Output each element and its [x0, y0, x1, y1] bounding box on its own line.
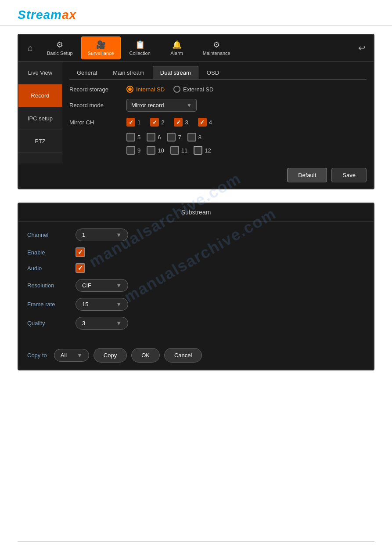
ch3-checkbox-item[interactable]: 3 — [174, 118, 188, 127]
frame-rate-dropdown[interactable]: 15 ▼ — [76, 298, 128, 311]
ch6-checkbox[interactable] — [147, 133, 155, 141]
ch2-checkbox-item[interactable]: 2 — [150, 118, 164, 127]
copy-to-dropdown[interactable]: All ▼ — [54, 349, 89, 362]
channel-label: Channel — [27, 232, 76, 238]
ch6-label: 6 — [158, 134, 161, 141]
default-button[interactable]: Default — [287, 168, 327, 182]
ch12-label: 12 — [205, 147, 211, 154]
home-button[interactable]: ⌂ — [21, 36, 40, 59]
ch12-checkbox-item[interactable]: 12 — [194, 146, 211, 155]
ch11-label: 11 — [181, 147, 187, 154]
quality-chevron-icon: ▼ — [116, 320, 122, 326]
ch7-checkbox-item[interactable]: 7 — [167, 133, 181, 141]
resolution-dropdown[interactable]: CIF ▼ — [76, 279, 128, 292]
record-storage-row: Record storage Internal SD External SD — [69, 86, 367, 93]
ch7-label: 7 — [178, 134, 181, 141]
audio-row: Audio — [27, 263, 365, 273]
tab-maintenance-label: Maintenance — [203, 51, 230, 56]
maintenance-icon: ⚙ — [213, 40, 220, 50]
audio-checkbox[interactable] — [76, 263, 85, 273]
tab-basic-setup[interactable]: ⚙ Basic Setup — [40, 36, 79, 59]
resolution-label: Resolution — [27, 282, 76, 289]
ch11-checkbox-item[interactable]: 11 — [170, 146, 187, 155]
ch2-checkbox[interactable] — [150, 118, 159, 127]
logo-suffix: ax — [62, 8, 76, 22]
substream-body: Channel 1 ▼ Enable Audio Resolution — [18, 221, 374, 343]
external-sd-radio[interactable] — [173, 86, 180, 93]
basic-setup-icon: ⚙ — [56, 40, 63, 50]
tab-collection-label: Collection — [129, 51, 150, 56]
enable-checkbox[interactable] — [76, 247, 85, 257]
audio-label: Audio — [27, 265, 76, 272]
save-button[interactable]: Save — [331, 168, 367, 182]
panel-body: Live View Record IPC setup PTZ General — [18, 62, 374, 163]
channel-value: 1 — [82, 232, 85, 238]
ch11-checkbox[interactable] — [170, 146, 179, 155]
enable-label: Enable — [27, 249, 76, 256]
ch1-label: 1 — [137, 119, 140, 126]
substream-panel: Substream Channel 1 ▼ Enable Audio — [18, 203, 374, 370]
sub-tab-dual-stream[interactable]: Dual stream — [153, 66, 198, 79]
tab-maintenance[interactable]: ⚙ Maintenance — [196, 36, 237, 59]
chevron-down-icon: ▼ — [187, 102, 192, 109]
quality-dropdown[interactable]: 3 ▼ — [76, 317, 128, 330]
alarm-icon: 🔔 — [172, 40, 182, 50]
ch3-checkbox[interactable] — [174, 118, 183, 127]
cancel-button[interactable]: Cancel — [164, 348, 202, 363]
copy-to-label: Copy to — [27, 352, 47, 359]
channel-dropdown[interactable]: 1 ▼ — [76, 229, 128, 241]
ch5-checkbox[interactable] — [126, 133, 135, 141]
ch7-checkbox[interactable] — [167, 133, 176, 141]
record-mode-value: Mirror record — [131, 102, 164, 109]
record-mode-dropdown[interactable]: Mirror record ▼ — [126, 99, 197, 112]
sidebar-item-record[interactable]: Record — [18, 84, 62, 107]
copy-to-value: All — [61, 352, 67, 359]
collection-icon: 📋 — [135, 40, 145, 50]
ch9-checkbox[interactable] — [126, 146, 135, 155]
sidebar-item-ipc-setup[interactable]: IPC setup — [18, 107, 62, 130]
ch12-checkbox[interactable] — [194, 146, 202, 155]
record-storage-label: Record storage — [69, 86, 126, 93]
ch8-checkbox[interactable] — [187, 133, 196, 141]
sidebar-item-live-view[interactable]: Live View — [18, 62, 62, 84]
mirror-ch-row1: 1 2 3 4 — [126, 118, 218, 127]
ch1-checkbox-item[interactable]: 1 — [126, 118, 140, 127]
ch4-checkbox[interactable] — [198, 118, 207, 127]
tab-collection[interactable]: 📋 Collection — [122, 36, 158, 59]
quality-row: Quality 3 ▼ — [27, 317, 365, 330]
ch10-checkbox[interactable] — [147, 146, 155, 155]
ch8-checkbox-item[interactable]: 8 — [187, 133, 201, 141]
logo: Streamax — [18, 8, 76, 22]
sub-tab-main-stream[interactable]: Main stream — [105, 66, 152, 79]
ch1-checkbox[interactable] — [126, 118, 135, 127]
page-footer — [18, 541, 374, 542]
ch5-checkbox-item[interactable]: 5 — [126, 133, 140, 141]
ch2-label: 2 — [161, 119, 164, 126]
tab-surveillance[interactable]: 🎥 Surveillance — [81, 36, 121, 59]
ch10-checkbox-item[interactable]: 10 — [147, 146, 164, 155]
quality-value: 3 — [82, 320, 85, 326]
internal-sd-option[interactable]: Internal SD — [126, 86, 165, 93]
record-mode-row: Record mode Mirror record ▼ — [69, 99, 367, 112]
ok-button[interactable]: OK — [131, 348, 160, 363]
copy-button[interactable]: Copy — [94, 348, 127, 363]
frame-rate-row: Frame rate 15 ▼ — [27, 298, 365, 311]
sub-tabs: General Main stream Dual stream OSD — [69, 66, 367, 80]
sub-tab-osd[interactable]: OSD — [199, 66, 227, 79]
tab-alarm[interactable]: 🔔 Alarm — [159, 36, 194, 59]
internal-sd-radio[interactable] — [126, 86, 133, 93]
back-button[interactable]: ↩ — [352, 36, 371, 59]
enable-row: Enable — [27, 247, 365, 257]
substream-title: Substream — [18, 203, 374, 221]
surveillance-icon: 🎥 — [96, 40, 106, 50]
sidebar-item-ptz[interactable]: PTZ — [18, 130, 62, 153]
sub-tab-general[interactable]: General — [69, 66, 104, 79]
top-nav: ⌂ ⚙ Basic Setup 🎥 Surveillance 📋 Collect… — [18, 35, 374, 62]
resolution-chevron-icon: ▼ — [116, 282, 122, 289]
main-panel: ⌂ ⚙ Basic Setup 🎥 Surveillance 📋 Collect… — [18, 34, 374, 189]
tab-surveillance-label: Surveillance — [88, 51, 114, 56]
external-sd-option[interactable]: External SD — [173, 86, 213, 93]
ch4-checkbox-item[interactable]: 4 — [198, 118, 212, 127]
ch9-checkbox-item[interactable]: 9 — [126, 146, 140, 155]
ch6-checkbox-item[interactable]: 6 — [147, 133, 161, 141]
